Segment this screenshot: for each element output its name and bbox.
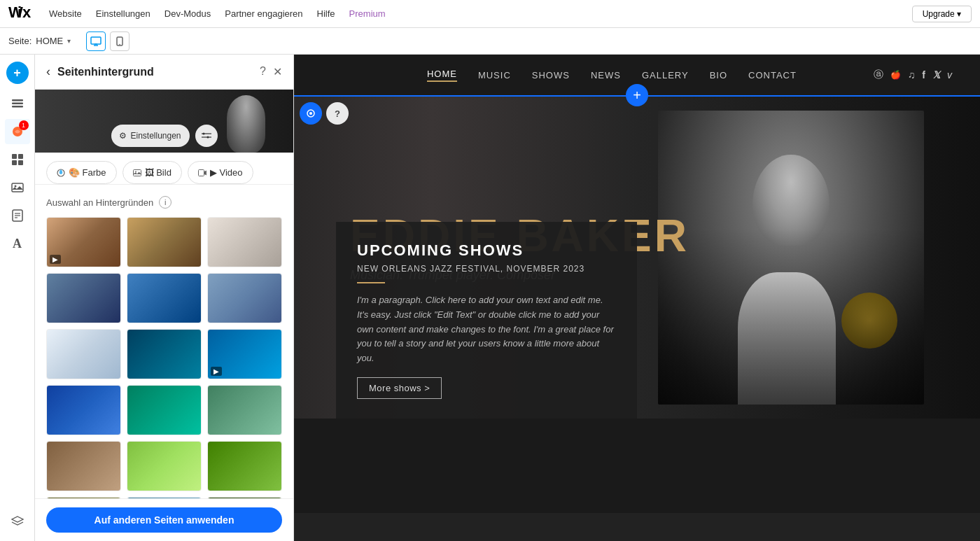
bg-thumb-16[interactable]: ▶ [46,497,121,498]
topbar-einstellungen[interactable]: Einstellungen [96,8,150,19]
wix-topbar: W i x Website Einstellungen Dev-Modus Pa… [0,0,980,28]
sidebar-design-icon[interactable]: 1 [5,119,30,144]
svg-point-30 [309,112,312,115]
topbar-hilfe[interactable]: Hilfe [317,8,335,19]
svg-rect-16 [12,183,23,192]
upgrade-button[interactable]: Upgrade ▾ [912,6,972,22]
add-elements-button[interactable]: + [6,62,29,84]
apple-music-icon[interactable]: 🍎 [890,70,901,80]
panel-close-icon[interactable]: ✕ [273,65,282,78]
nav-news[interactable]: NEWS [591,70,621,80]
bg-thumb-6[interactable] [207,273,282,323]
panel-footer: Auf anderen Seiten anwenden [35,498,293,541]
topbar-website[interactable]: Website [49,8,82,19]
amazon-music-icon[interactable]: ⓐ [874,69,883,81]
sidebar-text-icon[interactable]: A [5,231,30,256]
topbar-dev-modus[interactable]: Dev-Modus [164,8,211,19]
einstellungen-button[interactable]: ⚙ Einstellungen [111,125,189,147]
topbar-premium[interactable]: Premium [349,8,386,19]
nav-bio[interactable]: BIO [710,70,727,80]
panel-back-button[interactable]: ‹ [46,64,50,79]
design-badge: 1 [19,120,29,130]
mobile-device-btn[interactable] [110,31,130,51]
bg-thumb-12[interactable] [207,385,282,435]
bg-thumb-15[interactable] [207,441,282,491]
sidebar-apps-icon[interactable] [5,147,30,172]
nav-contact[interactable]: CONTACT [748,70,797,80]
sidebar-blog-icon[interactable] [5,203,30,228]
bg-thumb-5[interactable] [127,273,202,323]
sidebar-pages-icon[interactable] [5,91,30,116]
shows-description: I'm a paragraph. Click here to add your … [357,293,616,366]
svg-rect-10 [12,106,23,108]
video-icon-1: ▶ [50,255,61,264]
bg-thumb-3[interactable] [207,217,282,267]
tab-farbe[interactable]: 🎨 Farbe [46,161,117,184]
tab-video[interactable]: ▶ Video [188,161,253,184]
sidebar-media-icon[interactable] [5,175,30,200]
panel-help-icon[interactable]: ? [260,65,266,78]
add-section-button[interactable]: + [626,84,648,106]
website-canvas: ? HOME MUSIC SHOWS NEWS GALLERY BIO CONT… [294,55,980,541]
tab-bild[interactable]: 🖼 Bild [122,161,182,184]
spotify-icon[interactable]: ♫ [908,69,916,80]
vimeo-icon[interactable]: v [947,69,952,80]
canvas-paint-button[interactable] [300,102,322,125]
apply-to-pages-button[interactable]: Auf anderen Seiten anwenden [46,507,282,533]
panel-edit-overlay: ⚙ Einstellungen [111,125,217,147]
hero-section: EDDIE BAKER Musician. Trumpet player. Co… [294,97,980,419]
twitter-icon[interactable]: 𝕏 [932,69,940,80]
bg-thumb-13[interactable] [46,441,121,491]
site-nav-social-icons: ⓐ 🍎 ♫ f 𝕏 v [874,69,952,81]
svg-rect-15 [18,160,23,165]
page-chevron-icon: ▾ [67,37,71,45]
svg-point-7 [119,43,120,45]
adjust-icon-btn[interactable] [195,125,218,147]
section-label: Auswahl an Hintergründen i [46,196,282,209]
canvas-overlay-buttons: ? [300,102,349,125]
site-nav-links: HOME MUSIC SHOWS NEWS GALLERY BIO CONTAC… [427,69,797,82]
panel-content: Auswahl an Hintergründen i ▶ ▶ [35,185,293,498]
panel-title: Seitenhintergrund [57,66,253,78]
bg-thumb-8[interactable] [127,329,202,379]
page-name: HOME [36,36,63,46]
nav-shows[interactable]: SHOWS [532,70,570,80]
canvas-help-button[interactable]: ? [326,102,349,125]
bg-thumb-7[interactable] [46,329,121,379]
bg-thumb-9[interactable]: ▶ [207,329,282,379]
desktop-device-btn[interactable] [86,31,106,51]
bg-thumb-1[interactable]: ▶ [46,217,121,267]
upcoming-shows-box: UPCOMING SHOWS NEW ORLEANS JAZZ FESTIVAL… [336,222,637,419]
section-label-text: Auswahl an Hintergründen [46,197,153,208]
shows-date: NEW ORLEANS JAZZ FESTIVAL, NOVEMBER 2023 [357,264,616,274]
topbar-partner[interactable]: Partner engagieren [225,8,302,19]
thumbnail-strip: ⚙ Einstellungen [35,90,293,153]
nav-home[interactable]: HOME [427,69,457,82]
svg-rect-9 [12,103,23,105]
bg-thumb-10[interactable] [46,385,121,435]
wix-secondbar: Seite: HOME ▾ [0,28,980,55]
sidebar-layers-icon[interactable] [5,509,30,534]
bg-thumb-2[interactable] [127,217,202,267]
facebook-icon[interactable]: f [922,69,925,80]
svg-rect-14 [12,160,17,165]
background-grid: ▶ ▶ ▶ [46,217,282,498]
bg-thumb-18[interactable] [207,497,282,498]
bg-thumb-14[interactable] [127,441,202,491]
page-selector[interactable]: Seite: HOME ▾ [8,36,71,46]
svg-rect-28 [198,169,204,176]
svg-point-17 [14,185,16,188]
nav-gallery[interactable]: GALLERY [642,70,689,80]
bg-thumb-11[interactable] [127,385,202,435]
bg-thumb-4[interactable] [46,273,121,323]
info-icon[interactable]: i [159,196,172,209]
sidebar-bottom [5,509,30,534]
more-shows-button[interactable]: More shows > [357,377,442,399]
svg-point-27 [135,171,136,172]
bg-thumb-17[interactable] [127,497,202,498]
wix-logo: W i x [8,5,35,23]
site-nav: HOME MUSIC SHOWS NEWS GALLERY BIO CONTAC… [294,55,980,97]
background-panel: ‹ Seitenhintergrund ? ✕ ⚙ Einstellungen [35,55,294,541]
topbar-nav: Website Einstellungen Dev-Modus Partner … [49,8,386,19]
nav-music[interactable]: MUSIC [478,70,511,80]
